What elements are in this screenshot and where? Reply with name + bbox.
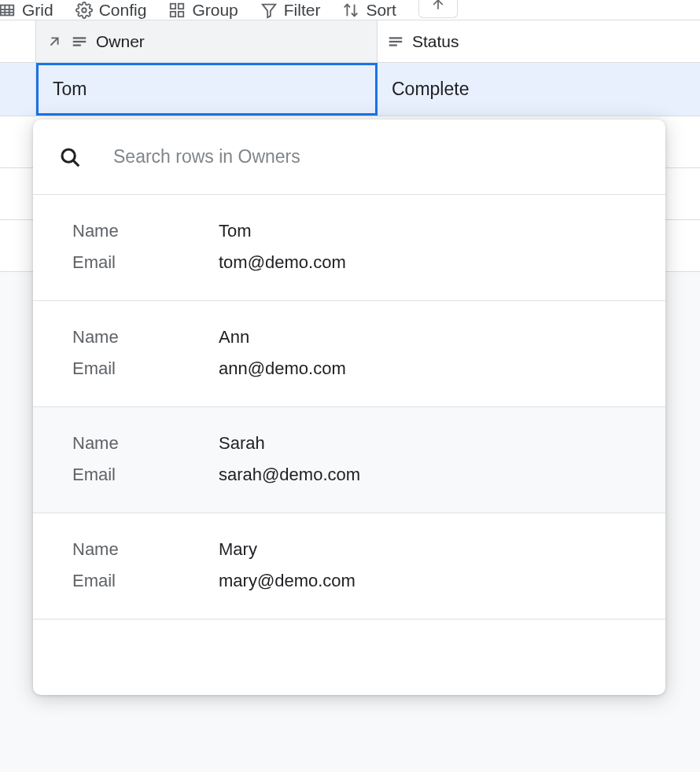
cell-value: Complete xyxy=(392,79,469,100)
sort-label: Sort xyxy=(366,1,396,20)
svg-point-5 xyxy=(82,8,87,13)
grid-view-icon xyxy=(0,2,16,19)
field-label-name: Name xyxy=(33,433,179,454)
gear-icon xyxy=(76,2,93,19)
svg-rect-8 xyxy=(179,11,183,16)
field-label-email: Email xyxy=(33,465,179,485)
column-header-owner[interactable]: Owner xyxy=(36,20,378,62)
filter-label: Filter xyxy=(284,1,321,20)
filter-icon xyxy=(260,2,278,19)
cell-value: Tom xyxy=(53,79,87,100)
svg-rect-6 xyxy=(171,3,175,8)
row-handle[interactable] xyxy=(0,63,36,116)
column-header-status[interactable]: Status xyxy=(378,20,700,62)
header-row: Owner Status xyxy=(0,20,700,63)
field-value-name: Mary xyxy=(179,539,257,560)
group-button[interactable]: Group xyxy=(168,1,238,20)
lookup-option[interactable]: NameTomEmailtom@demo.com xyxy=(33,195,665,301)
field-value-name: Sarah xyxy=(179,433,265,454)
upload-icon xyxy=(430,0,446,13)
text-column-icon xyxy=(387,33,404,50)
text-column-icon xyxy=(71,33,88,50)
table-row[interactable]: Tom Complete xyxy=(0,63,700,116)
lookup-option[interactable]: NameSarahEmailsarah@demo.com xyxy=(33,407,665,513)
column-header-label: Owner xyxy=(96,32,145,51)
lookup-option[interactable]: NameMaryEmailmary@demo.com xyxy=(33,513,665,619)
group-icon xyxy=(168,2,186,19)
svg-marker-10 xyxy=(263,4,276,17)
row-handle-header xyxy=(0,20,36,62)
field-label-name: Name xyxy=(33,539,179,560)
svg-line-12 xyxy=(50,38,57,45)
field-label-email: Email xyxy=(33,358,179,379)
config-button[interactable]: Config xyxy=(76,1,147,20)
sort-icon xyxy=(342,2,359,19)
field-label-email: Email xyxy=(33,252,179,273)
config-label: Config xyxy=(99,1,147,20)
svg-rect-7 xyxy=(179,3,183,8)
dropdown-search-bar xyxy=(33,119,665,195)
group-label: Group xyxy=(192,1,238,20)
link-out-icon xyxy=(46,33,63,50)
field-value-email: ann@demo.com xyxy=(179,358,346,379)
field-label-email: Email xyxy=(33,571,179,591)
search-icon xyxy=(58,145,82,169)
field-label-name: Name xyxy=(33,221,179,241)
field-value-name: Ann xyxy=(179,327,249,347)
dropdown-footer xyxy=(33,619,665,695)
field-value-email: sarah@demo.com xyxy=(179,465,360,485)
field-value-email: tom@demo.com xyxy=(179,252,346,273)
field-value-name: Tom xyxy=(179,221,252,241)
column-header-label: Status xyxy=(412,32,459,51)
sort-button[interactable]: Sort xyxy=(342,1,396,20)
field-label-name: Name xyxy=(33,327,179,347)
view-label: Grid xyxy=(22,1,53,20)
lookup-option[interactable]: NameAnnEmailann@demo.com xyxy=(33,301,665,407)
lookup-dropdown: NameTomEmailtom@demo.comNameAnnEmailann@… xyxy=(33,119,665,695)
filter-button[interactable]: Filter xyxy=(260,1,321,20)
svg-point-19 xyxy=(62,149,75,162)
view-switch[interactable]: Grid xyxy=(0,1,53,20)
field-value-email: mary@demo.com xyxy=(179,571,356,591)
svg-line-20 xyxy=(73,160,79,166)
search-input[interactable] xyxy=(113,146,640,167)
upload-button[interactable] xyxy=(418,0,458,18)
toolbar: Grid Config Group Filter Sort xyxy=(0,0,700,20)
cell-status[interactable]: Complete xyxy=(378,63,700,116)
svg-rect-9 xyxy=(171,11,175,16)
cell-owner-active[interactable]: Tom xyxy=(36,63,378,116)
